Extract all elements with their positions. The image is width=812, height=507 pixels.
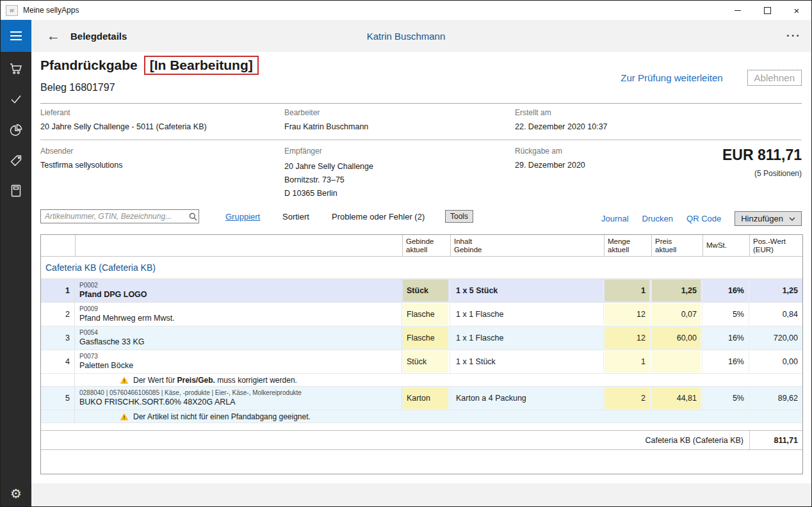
menge-cell-wrap: 2 <box>604 387 651 410</box>
mwst-cell: 16% <box>702 326 749 350</box>
gebinde-cell[interactable]: Stück <box>403 280 448 302</box>
close-icon: × <box>794 6 800 15</box>
mwst-cell: 5% <box>702 303 749 326</box>
tools-button[interactable]: Tools <box>445 210 473 223</box>
supplier-label: Lieferant <box>40 108 207 117</box>
gebinde-cell[interactable]: Flasche <box>403 327 448 349</box>
divider <box>40 103 802 104</box>
settings-button[interactable]: ⚙ <box>1 486 31 501</box>
menge-cell[interactable]: 1 <box>605 351 649 373</box>
article-name: Gasflasche 33 KG <box>79 337 144 347</box>
hamburger-menu-button[interactable] <box>1 20 31 52</box>
menge-cell-wrap: 12 <box>604 326 651 350</box>
app-title: Meine sellyApps <box>23 6 79 15</box>
group-header: Cafeteria KB (Cafeteria KB) <box>41 257 802 279</box>
table-row[interactable]: 3P0054Gasflasche 33 KGFlasche1 x 1 Flasc… <box>41 326 802 350</box>
preis-cell-wrap: 60,00 <box>651 326 702 350</box>
positions-table: Gebinde aktuell Inhalt Gebinde Menge akt… <box>40 234 803 474</box>
menge-cell-wrap: 1 <box>604 279 651 302</box>
preis-cell[interactable] <box>652 351 701 373</box>
warning-row-spacer <box>41 374 75 386</box>
qr-code-link[interactable]: QR Code <box>686 214 721 223</box>
editor-label: Bearbeiter <box>284 108 368 117</box>
warning-row: Der Wert für Preis/Geb. muss korrigiert … <box>41 374 802 387</box>
created-value: 22. Dezember 2020 10:37 <box>515 122 608 132</box>
warning-row: Der Artikel ist nicht für einen Pfandabg… <box>41 410 802 423</box>
document-title: Pfandrückgabe <box>40 58 138 73</box>
bottom-strip <box>31 483 811 506</box>
sidebar-item-catalog[interactable] <box>8 183 24 198</box>
article-code: P0009 <box>79 305 98 313</box>
back-button[interactable]: ← <box>47 29 60 42</box>
table-filler <box>41 450 802 474</box>
sidebar-item-cart[interactable] <box>8 61 24 76</box>
sorted-toggle[interactable]: Sortiert <box>282 212 309 221</box>
return-date-value: 29. Dezember 2020 <box>515 160 585 170</box>
divider <box>40 140 802 140</box>
preis-cell[interactable]: 44,81 <box>652 387 701 409</box>
menge-cell[interactable]: 12 <box>605 303 649 325</box>
title-bar: w Meine sellyApps × <box>1 1 811 20</box>
menge-cell[interactable]: 12 <box>605 327 649 349</box>
table-row[interactable]: 50288040 | 05760466106085 | Käse, -produ… <box>41 387 802 410</box>
close-button[interactable]: × <box>782 1 811 20</box>
row-number: 3 <box>41 326 75 350</box>
article-cell: P0002Pfand DPG LOGO <box>75 279 402 302</box>
preis-cell[interactable]: 1,25 <box>652 280 701 302</box>
minimize-button[interactable] <box>723 1 752 20</box>
article-name: Pfand Mehrweg erm Mwst. <box>79 313 175 323</box>
grouped-toggle[interactable]: Gruppiert <box>225 212 260 221</box>
summary-value: 811,71 <box>749 431 802 449</box>
forward-for-review-button[interactable]: Zur Prüfung weiterleiten <box>621 72 722 83</box>
problems-filter[interactable]: Probleme oder Fehler (2) <box>332 212 425 221</box>
menge-cell-wrap: 12 <box>604 303 651 326</box>
gebinde-cell-wrap: Flasche <box>402 303 450 326</box>
inhalt-cell: 1 x 1 Flasche <box>450 326 604 350</box>
sidebar-item-statistics[interactable] <box>8 122 24 138</box>
supplier-value: 20 Jahre Selly Challenge - 5011 (Cafeter… <box>40 122 207 132</box>
journal-link[interactable]: Journal <box>601 214 629 223</box>
gebinde-cell-wrap: Flasche <box>402 326 450 350</box>
summary-label: Cafeteria KB (Cafeteria KB) <box>41 431 749 449</box>
menge-cell[interactable]: 2 <box>605 387 649 409</box>
inhalt-cell: 1 x 1 Flasche <box>450 303 604 326</box>
preis-cell-wrap: 0,07 <box>651 303 702 326</box>
table-row[interactable]: 1P0002Pfand DPG LOGOStück1 x 5 Stück11,2… <box>41 279 802 303</box>
col-header-preis: Preis aktuell <box>651 235 702 256</box>
maximize-button[interactable] <box>752 1 782 20</box>
gebinde-cell[interactable]: Stück <box>403 351 448 373</box>
col-header-inhalt: Inhalt Gebinde <box>450 235 604 256</box>
document-number: Beleg 16801797 <box>40 82 115 93</box>
menge-cell[interactable]: 1 <box>605 280 649 302</box>
table-row[interactable]: 2P0009Pfand Mehrweg erm Mwst.Flasche1 x … <box>41 303 802 326</box>
chevron-down-icon <box>789 217 795 221</box>
positions-count: (5 Positionen) <box>754 169 802 178</box>
warning-row-spacer <box>41 410 75 422</box>
warning-icon <box>120 376 129 384</box>
command-bar: ← Belegdetails Katrin Buschmann ··· <box>1 20 811 52</box>
gebinde-cell[interactable]: Flasche <box>403 303 448 325</box>
more-options-button[interactable]: ··· <box>786 20 801 52</box>
search-input[interactable] <box>41 210 187 223</box>
gebinde-cell[interactable]: Karton <box>403 387 448 409</box>
sidebar-item-offers[interactable] <box>8 153 24 168</box>
article-code: P0073 <box>79 353 98 360</box>
preis-cell[interactable]: 0,07 <box>652 303 701 325</box>
table-row[interactable]: 4P0073Paletten BöckeStück1 x 1 Stück116%… <box>41 350 802 374</box>
col-header-poswert: Pos.-Wert (EUR) <box>749 235 802 256</box>
warning-message: Der Wert für Preis/Geb. muss korrigiert … <box>75 374 802 386</box>
poswert-cell: 1,25 <box>749 279 802 302</box>
sidebar-item-tasks[interactable] <box>8 92 24 107</box>
row-number: 4 <box>41 350 75 373</box>
reject-button[interactable]: Ablehnen <box>747 70 802 86</box>
hamburger-icon <box>10 31 22 33</box>
search-icon[interactable] <box>187 213 199 221</box>
recipient-label: Empfänger <box>284 147 373 156</box>
status-badge: [In Bearbeitung] <box>144 56 259 75</box>
preis-cell[interactable]: 60,00 <box>652 327 701 349</box>
print-link[interactable]: Drucken <box>642 214 673 223</box>
sender-label: Absender <box>40 147 123 156</box>
spacer-row <box>41 423 802 430</box>
recipient-value: 20 Jahre Selly Challenge Bornitzstr. 73–… <box>284 160 373 200</box>
add-button[interactable]: Hinzufügen <box>735 211 802 226</box>
